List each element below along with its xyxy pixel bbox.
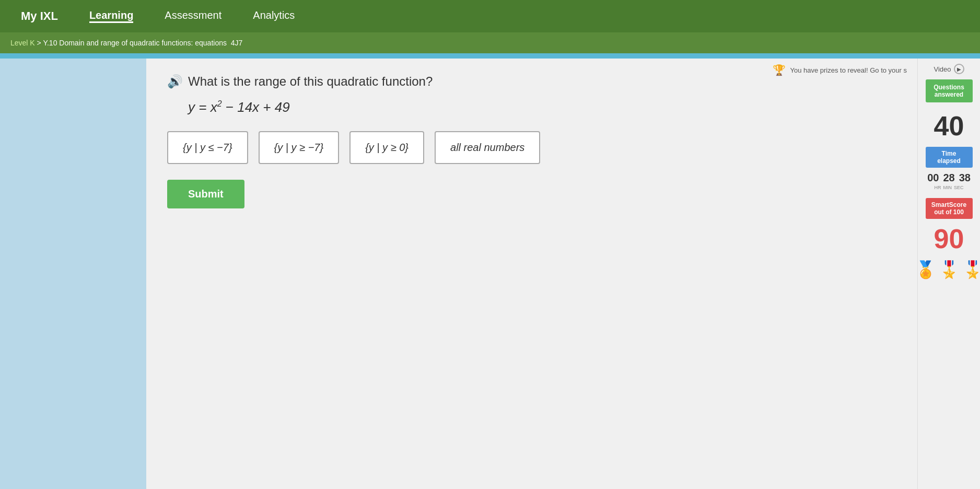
content-area: 🏆 You have prizes to reveal! Go to your …	[146, 59, 917, 489]
time-elapsed-label: Timeelapsed	[937, 150, 961, 165]
prize-text[interactable]: You have prizes to reveal! Go to your s	[790, 66, 907, 74]
left-area	[0, 59, 146, 489]
nav-link-assessment[interactable]: Assessment	[165, 9, 221, 23]
submit-button[interactable]: Submit	[167, 180, 244, 208]
time-hr-label: HR	[934, 185, 941, 190]
time-values: 00 28 38	[927, 172, 971, 184]
time-hr: 00	[927, 172, 939, 184]
breadcrumb-code: 4J7	[231, 39, 243, 47]
main-layout: 🏆 You have prizes to reveal! Go to your …	[0, 59, 980, 489]
time-sec-label: SEC	[954, 185, 964, 190]
breadcrumb: Level K > Y.10 Domain and range of quadr…	[10, 39, 242, 47]
play-icon[interactable]: ▶	[954, 64, 964, 74]
questions-answered-button[interactable]: Questionsanswered	[926, 79, 973, 102]
badges: 🏅 🎖️ 🎖️	[915, 260, 981, 280]
answer-options: {y | y ≤ −7} {y | y ≥ −7} {y | y ≥ 0} al…	[167, 131, 896, 164]
time-min-label: MIN	[943, 185, 952, 190]
trophy-icon: 🏆	[773, 64, 786, 76]
smartscore-label: SmartScore	[931, 201, 966, 208]
badge-3: 🎖️	[962, 260, 981, 280]
video-area: Video ▶	[934, 64, 964, 74]
question-header: 🔊 What is the range of this quadratic fu…	[167, 74, 896, 89]
video-label: Video	[934, 65, 951, 73]
smartscore-sub: out of 100	[934, 208, 964, 216]
smartscore-box: SmartScore out of 100	[926, 198, 973, 219]
answer-option-4[interactable]: all real numbers	[435, 131, 540, 164]
breadcrumb-level[interactable]: Level K	[10, 39, 35, 47]
badge-1: 🏅	[915, 260, 936, 280]
question-text: What is the range of this quadratic func…	[188, 74, 433, 89]
breadcrumb-bar: Level K > Y.10 Domain and range of quadr…	[0, 32, 980, 53]
answer-option-2[interactable]: {y | y ≥ −7}	[259, 131, 340, 164]
breadcrumb-topic[interactable]: Y.10 Domain and range of quadratic funct…	[43, 39, 227, 47]
badge-2: 🎖️	[939, 260, 960, 280]
questions-answered-score: 40	[934, 110, 964, 142]
answer-option-1[interactable]: {y | y ≤ −7}	[167, 131, 248, 164]
top-navigation: My IXL Learning Assessment Analytics	[0, 0, 980, 32]
speaker-icon[interactable]: 🔊	[167, 74, 183, 89]
answer-option-3[interactable]: {y | y ≥ 0}	[349, 131, 424, 164]
time-labels: HR MIN SEC	[934, 185, 963, 190]
equation: y = x2 − 14x + 49	[188, 99, 896, 115]
time-elapsed-box: Timeelapsed	[926, 147, 973, 168]
nav-logo[interactable]: My IXL	[21, 9, 58, 23]
nav-link-learning[interactable]: Learning	[89, 9, 133, 23]
questions-answered-label: Questionsanswered	[934, 84, 964, 98]
smart-score-number: 90	[934, 223, 964, 254]
nav-link-analytics[interactable]: Analytics	[253, 9, 295, 23]
time-sec: 38	[959, 172, 971, 184]
right-sidebar: Video ▶ Questionsanswered 40 Timeelapsed…	[917, 59, 980, 489]
breadcrumb-separator: >	[37, 39, 41, 47]
info-bar	[0, 53, 980, 59]
time-min: 28	[943, 172, 954, 184]
nav-links: Learning Assessment Analytics	[89, 9, 295, 23]
prize-banner: 🏆 You have prizes to reveal! Go to your …	[773, 64, 907, 76]
